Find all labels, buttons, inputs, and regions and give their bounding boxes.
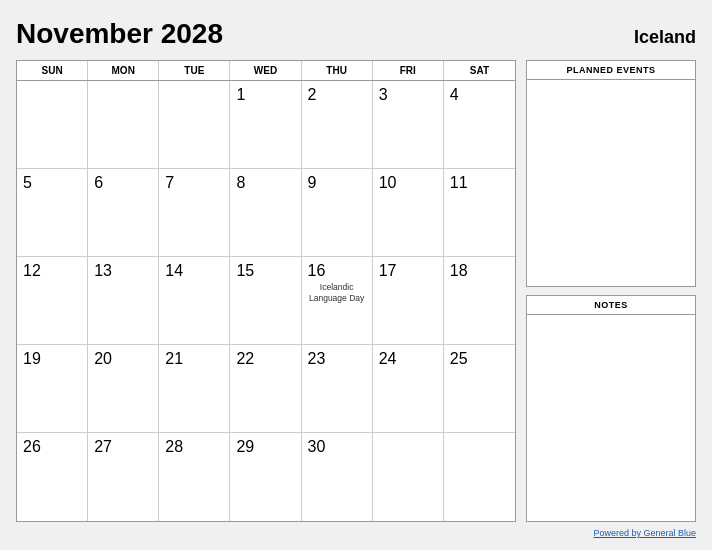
calendar-cell: 24 — [373, 345, 444, 433]
calendar-cell: 28 — [159, 433, 230, 521]
planned-events-box: PLANNED EVENTS — [526, 60, 696, 287]
day-header-fri: FRI — [373, 61, 444, 80]
country-title: Iceland — [634, 27, 696, 48]
day-number: 29 — [236, 437, 254, 456]
day-number: 25 — [450, 349, 468, 368]
day-number: 26 — [23, 437, 41, 456]
day-number: 1 — [236, 85, 245, 104]
calendar-cell: 8 — [230, 169, 301, 257]
calendar-cell: 6 — [88, 169, 159, 257]
day-number: 5 — [23, 173, 32, 192]
calendar-cell: 14 — [159, 257, 230, 345]
calendar-cell: 22 — [230, 345, 301, 433]
day-number: 13 — [94, 261, 112, 280]
day-number: 10 — [379, 173, 397, 192]
day-number: 3 — [379, 85, 388, 104]
calendar-cell: 20 — [88, 345, 159, 433]
calendar-cell: 5 — [17, 169, 88, 257]
calendar-cell: 9 — [302, 169, 373, 257]
day-header-tue: TUE — [159, 61, 230, 80]
day-number: 22 — [236, 349, 254, 368]
day-number: 30 — [308, 437, 326, 456]
footer: Powered by General Blue — [16, 528, 696, 538]
calendar: SUNMONTUEWEDTHUFRISAT 123456789101112131… — [16, 60, 516, 522]
calendar-cell — [444, 433, 515, 521]
calendar-cell — [373, 433, 444, 521]
day-number: 4 — [450, 85, 459, 104]
day-number: 2 — [308, 85, 317, 104]
calendar-cell — [17, 81, 88, 169]
calendar-cell: 7 — [159, 169, 230, 257]
notes-box: NOTES — [526, 295, 696, 522]
day-number: 16 — [308, 261, 326, 280]
event-label: Icelandic Language Day — [308, 282, 366, 304]
calendar-cell: 19 — [17, 345, 88, 433]
calendar-cell — [159, 81, 230, 169]
notes-body — [527, 315, 695, 521]
notes-label: NOTES — [527, 296, 695, 315]
day-number: 8 — [236, 173, 245, 192]
day-header-thu: THU — [302, 61, 373, 80]
day-header-sun: SUN — [17, 61, 88, 80]
day-header-mon: MON — [88, 61, 159, 80]
calendar-cell: 30 — [302, 433, 373, 521]
header: November 2028 Iceland — [16, 18, 696, 50]
calendar-cell: 11 — [444, 169, 515, 257]
planned-events-label: PLANNED EVENTS — [527, 61, 695, 80]
day-number: 17 — [379, 261, 397, 280]
calendar-cell: 17 — [373, 257, 444, 345]
calendar-cell: 26 — [17, 433, 88, 521]
calendar-cell: 2 — [302, 81, 373, 169]
day-number: 7 — [165, 173, 174, 192]
day-number: 12 — [23, 261, 41, 280]
day-number: 20 — [94, 349, 112, 368]
planned-events-body — [527, 80, 695, 286]
calendar-cell: 10 — [373, 169, 444, 257]
day-number: 18 — [450, 261, 468, 280]
powered-by-link[interactable]: Powered by General Blue — [593, 528, 696, 538]
day-headers: SUNMONTUEWEDTHUFRISAT — [17, 61, 515, 81]
day-header-wed: WED — [230, 61, 301, 80]
calendar-cell: 1 — [230, 81, 301, 169]
calendar-cell — [88, 81, 159, 169]
calendar-cell: 4 — [444, 81, 515, 169]
page: November 2028 Iceland SUNMONTUEWEDTHUFRI… — [0, 0, 712, 550]
day-number: 23 — [308, 349, 326, 368]
day-number: 28 — [165, 437, 183, 456]
calendar-cell: 16Icelandic Language Day — [302, 257, 373, 345]
day-header-sat: SAT — [444, 61, 515, 80]
calendar-cell: 12 — [17, 257, 88, 345]
day-number: 14 — [165, 261, 183, 280]
day-number: 6 — [94, 173, 103, 192]
calendar-cell: 21 — [159, 345, 230, 433]
calendar-grid: 12345678910111213141516Icelandic Languag… — [17, 81, 515, 521]
calendar-cell: 15 — [230, 257, 301, 345]
day-number: 19 — [23, 349, 41, 368]
calendar-cell: 13 — [88, 257, 159, 345]
calendar-cell: 18 — [444, 257, 515, 345]
day-number: 15 — [236, 261, 254, 280]
calendar-cell: 3 — [373, 81, 444, 169]
day-number: 9 — [308, 173, 317, 192]
day-number: 24 — [379, 349, 397, 368]
day-number: 27 — [94, 437, 112, 456]
month-year-title: November 2028 — [16, 18, 223, 50]
sidebar: PLANNED EVENTS NOTES — [526, 60, 696, 522]
calendar-cell: 27 — [88, 433, 159, 521]
day-number: 11 — [450, 173, 468, 192]
calendar-cell: 23 — [302, 345, 373, 433]
main-content: SUNMONTUEWEDTHUFRISAT 123456789101112131… — [16, 60, 696, 522]
calendar-cell: 29 — [230, 433, 301, 521]
day-number: 21 — [165, 349, 183, 368]
calendar-cell: 25 — [444, 345, 515, 433]
